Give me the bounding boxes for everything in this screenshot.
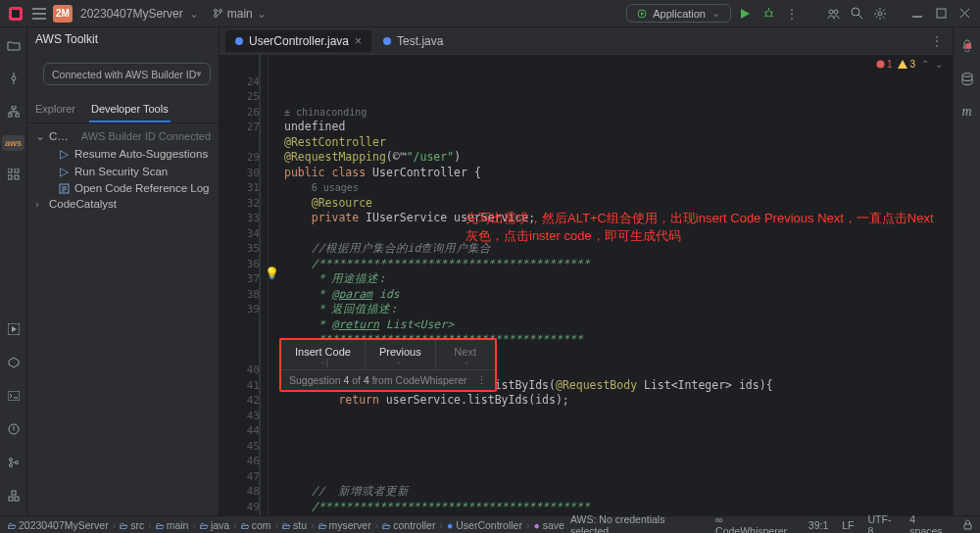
svg-rect-33 (964, 524, 971, 529)
tree-item-reflog[interactable]: Open Code Reference Log (53, 180, 215, 196)
indent-setting[interactable]: 4 spaces (909, 513, 950, 534)
more-run-icon[interactable]: ⋮ (782, 4, 802, 24)
aws-tool-icon[interactable]: aws (2, 135, 24, 151)
breadcrumb-item[interactable]: save (533, 519, 564, 531)
more-tool-icon[interactable] (4, 165, 24, 184)
breadcrumb-item[interactable]: stu (282, 519, 307, 531)
insert-code-button[interactable]: Insert Code→| (281, 340, 366, 369)
class-icon (383, 37, 391, 45)
svg-point-8 (834, 10, 838, 14)
chevron-down-icon[interactable]: ⌄ (189, 7, 199, 21)
database-tool-icon[interactable] (957, 69, 977, 88)
project-badge[interactable]: 2M (53, 5, 73, 23)
svg-point-32 (876, 61, 884, 69)
breadcrumb-item[interactable]: com (241, 519, 271, 531)
codewhisperer-status[interactable]: ∞ CodeWhisperer (715, 513, 795, 534)
svg-rect-27 (15, 497, 19, 501)
right-tool-strip: m (953, 27, 980, 515)
svg-rect-18 (8, 175, 12, 179)
editor-tab-active[interactable]: UserController.java × (225, 30, 371, 52)
tree-item-resume[interactable]: ▷ Resume Auto-Suggestions (53, 145, 215, 163)
services-tool-icon[interactable] (4, 353, 24, 372)
build-tool-icon[interactable] (4, 486, 24, 506)
tree-codewhisperer[interactable]: ⌄ CodeWhisperer AWS Builder ID Connected (31, 127, 215, 145)
tree-label: Open Code Reference Log (74, 182, 209, 194)
svg-rect-26 (9, 497, 13, 501)
tab-explorer[interactable]: Explorer (33, 97, 77, 122)
tool-tree: ⌄ CodeWhisperer AWS Builder ID Connected… (27, 123, 219, 216)
svg-point-7 (829, 10, 833, 14)
vcs-branch[interactable]: main ⌄ (213, 7, 267, 21)
project-tool-icon[interactable] (4, 35, 24, 55)
editor-tab[interactable]: Test.java (373, 30, 453, 52)
tree-item-scan[interactable]: ▷ Run Security Scan (53, 163, 215, 180)
tree-status: AWS Builder ID Connected (81, 130, 211, 142)
breadcrumb[interactable]: 20230407MyServer›src›main›java›com›stu›m… (8, 519, 564, 531)
code-area[interactable]: ± chinacondingundefined@RestController@R… (269, 55, 953, 515)
main-menu-icon[interactable] (29, 4, 49, 24)
svg-point-2 (214, 10, 217, 13)
suggestion-footer: Suggestion 4 of 4 from CodeWhisperer ⋮ (281, 369, 495, 390)
tabs-more-icon[interactable]: ⋮ (931, 34, 943, 48)
next-button[interactable]: Next→ (436, 340, 495, 369)
problems-tool-icon[interactable] (4, 419, 24, 439)
notifications-icon[interactable] (957, 35, 977, 55)
debug-button[interactable] (759, 4, 778, 24)
line-ending[interactable]: LF (842, 519, 854, 531)
terminal-tool-icon[interactable] (4, 386, 24, 406)
svg-point-29 (962, 73, 972, 76)
close-icon[interactable]: × (355, 34, 362, 48)
chevron-right-icon: › (35, 198, 45, 210)
left-tool-strip: aws (0, 27, 27, 515)
breadcrumb-item[interactable]: controller (382, 519, 435, 531)
file-encoding[interactable]: UTF-8 (868, 513, 897, 534)
breadcrumb-item[interactable]: myserver (318, 519, 371, 531)
breadcrumb-item[interactable]: 20230407MyServer (8, 519, 109, 531)
codewhisperer-popup: Insert Code→| Previous← Next→ Suggestion… (279, 338, 497, 392)
run-button[interactable] (735, 4, 755, 24)
window-minimize[interactable] (907, 4, 927, 24)
code-with-me-icon[interactable] (823, 4, 843, 24)
error-indicator[interactable]: 1 (876, 59, 893, 70)
run-tool-icon[interactable] (4, 319, 24, 339)
branch-name: main (227, 7, 253, 21)
chevron-icon[interactable]: ⌄ (935, 59, 943, 70)
editor-area: UserController.java × Test.java ⋮ 242526… (220, 27, 953, 515)
breadcrumb-item[interactable]: java (200, 519, 229, 531)
tab-developer-tools[interactable]: Developer Tools (89, 97, 171, 122)
run-icon (637, 9, 647, 19)
readonly-icon[interactable] (963, 519, 972, 530)
chevron-icon[interactable]: ⌃ (921, 59, 929, 70)
caret-position[interactable]: 39:1 (808, 519, 828, 531)
connection-label: Connected with AWS Builder ID (52, 69, 196, 80)
search-icon[interactable] (847, 4, 866, 24)
svg-point-6 (765, 11, 771, 17)
svg-rect-1 (12, 10, 20, 18)
structure-tool-icon[interactable] (4, 102, 24, 121)
breadcrumb-item[interactable]: main (156, 519, 189, 531)
tree-codecatalyst[interactable]: › CodeCatalyst (31, 196, 215, 212)
window-close[interactable] (955, 4, 974, 24)
editor-body[interactable]: 2425262729303132333435363738394041424344… (220, 55, 953, 515)
window-maximize[interactable] (931, 4, 951, 24)
intention-bulb-icon[interactable]: 💡 (265, 266, 279, 280)
run-configuration[interactable]: Application ⌄ (626, 4, 731, 23)
breadcrumb-item[interactable]: UserController (447, 519, 522, 531)
previous-button[interactable]: Previous← (366, 340, 436, 369)
svg-rect-17 (15, 169, 19, 172)
svg-rect-11 (937, 9, 946, 18)
warning-indicator[interactable]: 3 (898, 59, 915, 70)
more-icon[interactable]: ⋮ (476, 374, 487, 386)
maven-tool-icon[interactable]: m (957, 102, 977, 121)
aws-status[interactable]: AWS: No credentials selected (570, 513, 702, 534)
commit-tool-icon[interactable] (4, 69, 24, 88)
breadcrumb-item[interactable]: src (120, 519, 144, 531)
inspection-indicators[interactable]: 1 3 ⌃ ⌄ (876, 59, 943, 70)
connection-selector[interactable]: Connected with AWS Builder ID ▾ (43, 63, 211, 85)
svg-point-23 (9, 459, 12, 461)
project-name[interactable]: 20230407MyServer (80, 7, 183, 21)
tree-label: CodeWhisperer (49, 130, 74, 142)
vcs-tool-icon[interactable] (4, 453, 24, 472)
tab-label: UserController.java (249, 34, 349, 48)
settings-icon[interactable] (870, 4, 890, 24)
